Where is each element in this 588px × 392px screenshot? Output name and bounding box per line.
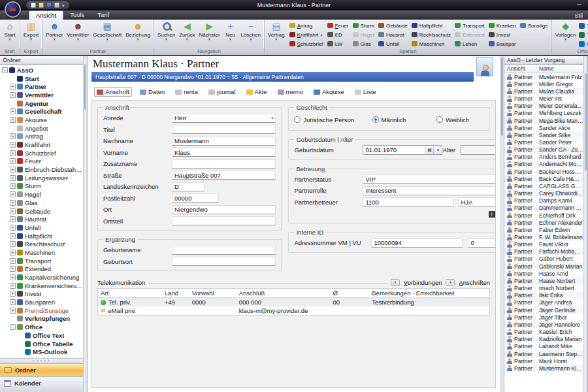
sparten-sturm[interactable]: Sturm (352, 21, 375, 30)
list-item-kadziolka-marian[interactable]: PartnerKadziolka Marian (504, 336, 583, 343)
tree-item-kapitalversicherung[interactable]: +Kapitalversicherung (0, 273, 83, 282)
tree-item-glas[interactable]: +Glas (0, 199, 83, 207)
expand-icon[interactable]: + (10, 258, 16, 264)
list-item-ilski-erika[interactable]: PartnerIlski Erika (504, 292, 583, 299)
telekom-row[interactable]: ✉eMail priv.klaus-m@my-provider.de (98, 306, 489, 315)
expand-icon[interactable]: + (10, 283, 16, 289)
open-icon[interactable] (39, 3, 44, 8)
sparten-bauspar[interactable]: Bauspar (488, 39, 517, 48)
sparten-kraftfahrt[interactable]: Kraftfahrt▾ (289, 30, 324, 39)
sparten-haftpflicht[interactable]: Haftpflicht (411, 21, 451, 30)
expand-icon[interactable]: + (10, 142, 16, 148)
content-scrollbar[interactable] (500, 56, 504, 392)
tree-item-schutzbrief[interactable]: +Schutzbrief (0, 149, 83, 157)
tree-item-antrag[interactable]: +Antrag (0, 133, 83, 141)
list-item-mack-horst[interactable]: PartnerMack Horst (504, 357, 583, 365)
tab-memo[interactable]: memo (275, 87, 306, 97)
tab-daten[interactable]: Daten (137, 87, 167, 97)
anschriften-dropdown-icon[interactable]: ▾ (446, 279, 455, 286)
expand-icon[interactable]: + (10, 158, 16, 164)
list-item-sander-alice[interactable]: PartnerSander Alice (504, 124, 583, 131)
button-partner[interactable]: ☻Partner▾ (44, 21, 65, 41)
expand-icon[interactable]: + (10, 308, 16, 314)
list-item-mustermann-klaus[interactable]: PartnerMustermann Klaus (504, 365, 583, 372)
adressnummer-vu-input[interactable] (468, 238, 496, 248)
anrede-select[interactable]: Herr▾ (172, 114, 276, 123)
list-item-meier-generalagentu[interactable]: PartnerMeier Generalagentu... (504, 103, 583, 110)
panel-splitter[interactable]: • • • • • (0, 358, 83, 363)
tree-item-asso[interactable]: −AssO (0, 66, 83, 74)
tree-item-vermittler[interactable]: +Vermittler (0, 91, 83, 99)
partnerstatus-select[interactable]: VIP▾ (363, 174, 496, 184)
list-item-anders-bernhard[interactable]: PartnerAnders Bernhard (504, 154, 583, 161)
tree-item-invest[interactable]: +Invest (0, 290, 83, 299)
tab-renta[interactable]: renta (172, 87, 201, 97)
expand-icon[interactable]: + (10, 150, 16, 156)
expand-icon[interactable]: + (10, 84, 16, 90)
expand-icon[interactable]: + (10, 266, 16, 272)
expand-icon[interactable]: + (10, 167, 16, 172)
expand-icon[interactable]: + (10, 216, 16, 222)
verbindungen-dropdown-icon[interactable]: ▾ (391, 279, 400, 286)
button-start[interactable]: ⌂Start▾ (1, 21, 18, 41)
list-item-faust-viktor[interactable]: PartnerFaust Viktor (504, 241, 583, 248)
tree-item-reschtsschutz[interactable]: +Reschtsschutz (0, 240, 83, 248)
radio-juristische-person[interactable]: Juristische Person (294, 116, 372, 123)
expand-icon[interactable]: + (10, 108, 16, 114)
column-name[interactable]: Name (537, 65, 583, 73)
sparten-feuer[interactable]: Feuer (327, 21, 350, 30)
list-item-meier-iris[interactable]: PartnerMeier Iris (504, 95, 583, 102)
tree-item-ms-outlook[interactable]: MS-Outlook (0, 348, 83, 356)
partnerbetreuer-code-select[interactable]: HJA▾ (458, 197, 496, 206)
sparten-kranken[interactable]: Kranken (488, 21, 517, 30)
partnerbetreuer-input[interactable] (363, 197, 454, 206)
tree-item-unfall[interactable]: +Unfall (0, 223, 83, 232)
panel-button-kalender[interactable]: Kalender (0, 376, 83, 389)
button-gesellschaft[interactable]: ▦Gesellschaft▾ (91, 21, 123, 41)
list-item-labandt-mike[interactable]: PartnerLabandt Mike (504, 343, 583, 350)
tree-item-fremd-sonstige[interactable]: +Fremd/Sonstige (0, 306, 83, 315)
button-vorlagen[interactable]: ◆Vorlagen▾ (553, 21, 578, 41)
expand-icon[interactable]: + (10, 208, 16, 214)
list-item-sander-silke[interactable]: PartnerSander Silke (504, 131, 583, 139)
expand-icon[interactable]: + (10, 233, 16, 239)
tab-journal[interactable]: journal (206, 87, 238, 97)
tree-item-haftpflicht[interactable]: +Haftpflicht (0, 232, 83, 240)
tab-tools[interactable]: Tools (63, 10, 91, 20)
list-item-b-ckerei-hosselmann[interactable]: PartnerBäckerei Hosselmann (504, 168, 583, 175)
list-item-dammermann-klaus[interactable]: PartnerDammermann Klaus (504, 204, 583, 212)
list-item-sander-ga-z-rich[interactable]: PartnerSander GA - Zürich-... (504, 146, 583, 154)
button-l-schen[interactable]: −Löschen▾ (239, 21, 263, 41)
list-item-f-w-br-kelmann[interactable]: PartnerF. W. Brökelmann (504, 233, 583, 240)
radio-weiblich[interactable]: Weiblich (436, 116, 469, 123)
anschriften-link[interactable]: Anschriften (459, 279, 490, 286)
collapse-icon[interactable]: − (10, 324, 16, 330)
sparten-rechtsschutz[interactable]: Rechtsschutz (411, 30, 451, 39)
sparten-transport[interactable]: Transport (454, 21, 485, 30)
save-icon[interactable] (46, 3, 52, 8)
expand-icon[interactable]: + (10, 250, 16, 255)
collapse-icon[interactable]: − (2, 67, 8, 73)
expand-icon[interactable]: + (10, 241, 16, 247)
tree-item-bausparen[interactable]: +Bausparen (0, 298, 83, 306)
nachname-input[interactable] (172, 137, 276, 146)
list-item-laarmann-stephan[interactable]: PartnerLaarmann Stephan (504, 350, 583, 357)
strasse-input[interactable] (172, 171, 276, 180)
list-item-andemacht-monika[interactable]: PartnerAndemacht Monika (504, 161, 583, 168)
tree-item-hagel[interactable]: +Hagel (0, 190, 83, 199)
sparten-schutzbrief[interactable]: Schutzbrief (289, 39, 324, 48)
list-item-m-ller-gregor[interactable]: PartnerMüller Gregor (504, 80, 583, 88)
list-item-gabor-hubert[interactable]: PartnerGabor Hubert (504, 255, 583, 263)
list-item-imach-norbert[interactable]: PartnerImach Norbert (504, 285, 583, 292)
sparten-glas[interactable]: Glas (352, 39, 375, 48)
tree-item-krankenversicherung[interactable]: +Krankenversicherung (0, 282, 83, 290)
print-icon[interactable] (54, 3, 59, 8)
tree-item-gesellschaft[interactable]: +Gesellschaft (0, 107, 83, 116)
app-logo-icon[interactable] (5, 1, 21, 18)
list-item-mehlberg-leszek[interactable]: PartnerMehlberg Leszek (504, 110, 583, 117)
expand-icon[interactable]: + (10, 225, 16, 231)
button-export[interactable]: ▥Export▾ (22, 21, 41, 41)
tab-liste[interactable]: Liste (352, 87, 379, 97)
tab-anschrift[interactable]: Anschrift (94, 87, 132, 97)
list-item-echterhoff-dirk[interactable]: PartnerEchterhoff Dirk (504, 212, 583, 219)
